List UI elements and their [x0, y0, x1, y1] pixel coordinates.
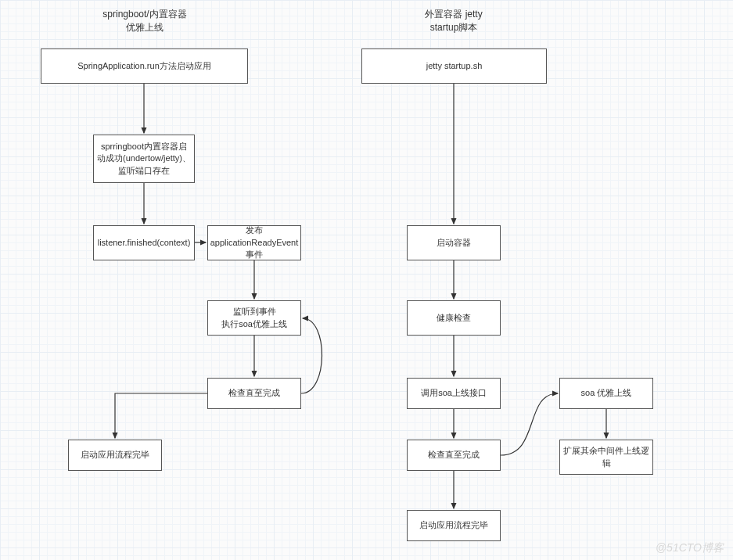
watermark: @51CTO博客	[656, 541, 724, 555]
right-box-call-soa: 调用soa上线接口	[407, 378, 501, 409]
arrows-overlay	[0, 0, 733, 560]
left-box-listen-event-soa: 监听到事件执行soa优雅上线	[207, 300, 301, 336]
left-box-springapplication-run: SpringApplication.run方法启动应用	[41, 48, 248, 84]
right-box-check-complete: 检查直至完成	[407, 440, 501, 471]
right-box-soa-online: soa 优雅上线	[559, 378, 653, 409]
right-title: 外置容器 jettystartup脚本	[403, 8, 505, 34]
left-box-check-complete: 检查直至完成	[207, 378, 301, 409]
left-title: springboot/内置容器优雅上线	[94, 8, 196, 34]
right-box-health-check: 健康检查	[407, 300, 501, 336]
left-box-listener-finished: listener.finished(context)	[93, 225, 195, 260]
right-box-start-container: 启动容器	[407, 225, 501, 260]
right-box-jetty-startup: jetty startup.sh	[361, 48, 547, 84]
left-box-startup-done: 启动应用流程完毕	[68, 440, 162, 471]
left-box-container-start: sprringboot内置容器启动成功(undertow/jetty)、监听端口…	[93, 135, 195, 183]
left-box-publish-event: 发布applicationReadyEvent事件	[207, 225, 301, 260]
right-box-extend-middleware: 扩展其余中间件上线逻辑	[559, 440, 653, 475]
right-box-startup-done: 启动应用流程完毕	[407, 510, 501, 541]
